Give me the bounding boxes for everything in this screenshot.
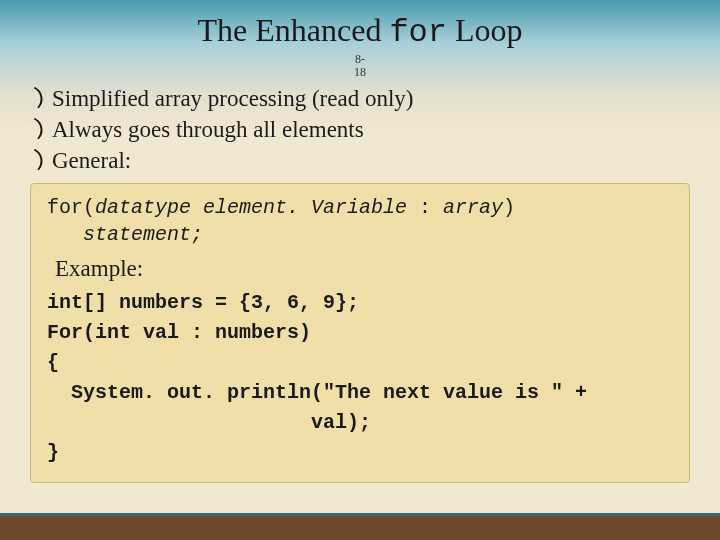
bullet-text: Always goes through all elements [52,117,364,142]
syntax-placeholder: statement; [83,223,203,246]
bullet-text: General: [52,148,131,173]
syntax-kw: for( [47,196,95,219]
example-label: Example: [55,256,673,282]
code-line: int[] numbers = {3, 6, 9}; [47,291,359,314]
syntax-post: ) [503,196,515,219]
title-code: for [389,14,447,51]
code-line: } [47,441,59,464]
example-code: int[] numbers = {3, 6, 9}; For(int val :… [47,288,673,468]
title-pre: The Enhanced [197,12,389,48]
code-line: System. out. println("The next value is … [47,381,587,404]
bullet-item: Simplified array processing (read only) [30,83,690,114]
bullet-item: Always goes through all elements [30,114,690,145]
slide-title: The Enhanced for Loop [30,12,690,51]
page-bot: 18 [30,66,690,79]
syntax-mid: : [407,196,443,219]
bullet-list: Simplified array processing (read only) … [30,83,690,176]
code-line: val); [47,411,371,434]
bullet-text: Simplified array processing (read only) [52,86,414,111]
code-box: for(datatype element. Variable : array) … [30,183,690,483]
bullet-item: General: [30,145,690,176]
syntax-line: statement; [47,221,673,248]
syntax-placeholder: array [443,196,503,219]
code-line: For(int val : numbers) [47,321,311,344]
syntax-placeholder: datatype element. Variable [95,196,407,219]
syntax-block: for(datatype element. Variable : array) … [47,194,673,248]
page-number: 8- 18 [30,53,690,79]
title-post: Loop [447,12,523,48]
syntax-line: for(datatype element. Variable : array) [47,194,673,221]
slide: The Enhanced for Loop 8- 18 Simplified a… [0,0,720,540]
footer-bar [0,516,720,540]
code-line: { [47,351,59,374]
